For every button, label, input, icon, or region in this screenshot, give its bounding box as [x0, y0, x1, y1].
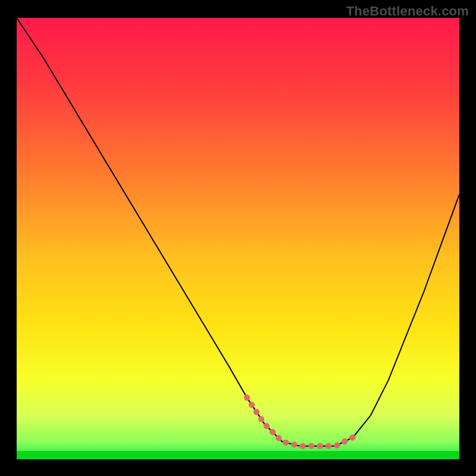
green-bottom-band: [17, 451, 459, 459]
heat-background: [17, 18, 459, 459]
app-frame: TheBottleneck.com: [0, 0, 476, 476]
plot-area: [17, 18, 459, 459]
bottleneck-chart: [17, 18, 459, 459]
watermark-text: TheBottleneck.com: [346, 4, 469, 19]
